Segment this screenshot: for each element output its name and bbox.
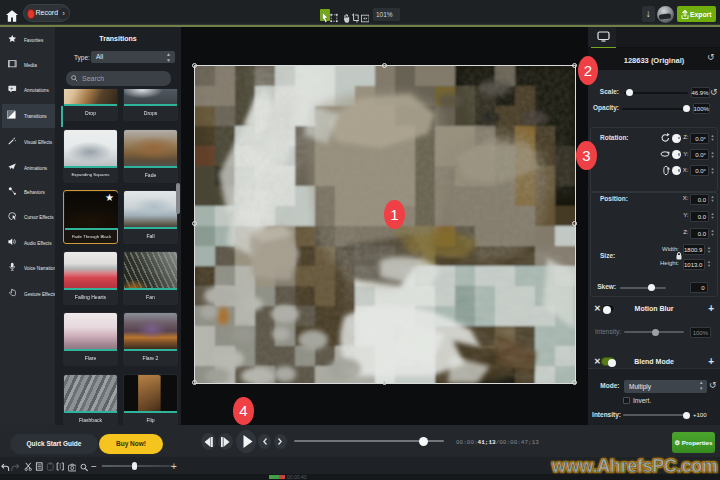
svg-text:+: + bbox=[10, 86, 13, 91]
